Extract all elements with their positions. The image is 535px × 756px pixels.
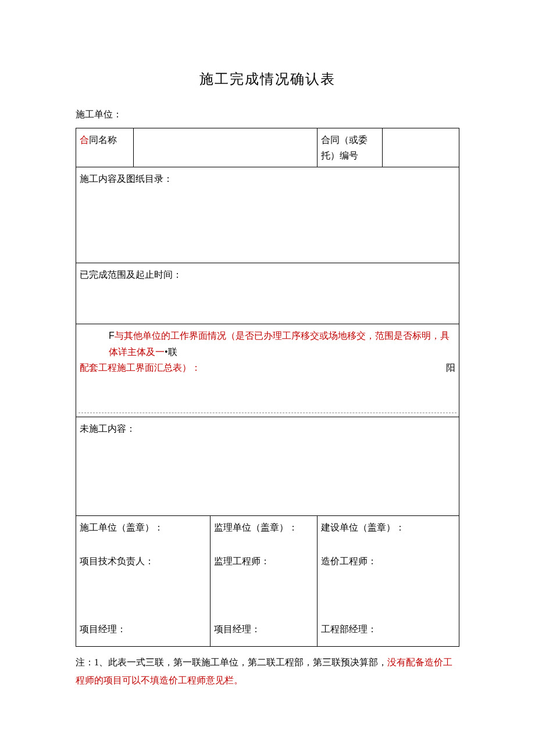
unconstructed-cell: 未施工内容：: [76, 417, 459, 516]
interface-side-char: 阳: [446, 360, 455, 375]
dashed-line: [79, 413, 456, 413]
note-black: 注：1、此表一式三联，第一联施工单位，第二联工程部，第三联预决算部，: [76, 657, 387, 667]
form-title: 施工完成情况确认表: [76, 70, 459, 88]
note: 注：1、此表一式三联，第一联施工单位，第二联工程部，第三联预决算部，没有配备造价…: [76, 654, 459, 689]
interface-cell: F与其他单位的工作界面情况（是否已办理工序移交或场地移交，范围是否标明，具体详主…: [76, 324, 459, 417]
interface-line1-end: •联: [165, 347, 177, 357]
engineering-dept-manager-label: 工程部经理：: [321, 621, 455, 637]
unconstructed-label: 未施工内容：: [80, 424, 135, 433]
supervision-seal-label: 监理单位（盖章）：: [214, 519, 314, 535]
tech-lead-label: 项目技术负责人：: [80, 553, 206, 569]
interface-line2: 配套工程施工界面汇总表）：: [80, 360, 201, 375]
interface-line1: 与其他单位的工作界面情况（是否已办理工序移交或场地移交，范围是否标明，具体详主体…: [109, 331, 450, 356]
project-manager-2-label: 项目经理：: [214, 621, 314, 637]
contract-name-suffix: 同名称: [89, 135, 117, 145]
contract-name-label: 合同名称: [76, 128, 134, 167]
contract-name-value: [133, 128, 317, 167]
scope-label: 已完成范围及起止时间：: [80, 270, 182, 280]
content-cell: 施工内容及图纸目录：: [76, 167, 459, 263]
scope-cell: 已完成范围及起止时间：: [76, 263, 459, 324]
contract-no-label: 合同（或委托）编号: [318, 128, 383, 167]
interface-prefix: F: [109, 331, 115, 341]
contract-name-prefix: 合: [80, 135, 89, 145]
cost-engineer-label: 造价工程师：: [321, 553, 455, 569]
supervision-engineer-label: 监理工程师：: [214, 553, 314, 569]
project-manager-1-label: 项目经理：: [80, 621, 206, 637]
content-label: 施工内容及图纸目录：: [80, 174, 173, 184]
construction-unit-label: 施工单位：: [76, 109, 459, 121]
owner-seal-label: 建设单位（盖章）：: [321, 519, 455, 535]
sign-col-1: 施工单位（盖章）： 项目技术负责人： 项目经理：: [76, 516, 211, 647]
sign-col-3: 建设单位（盖章）： 造价工程师： 工程部经理：: [318, 516, 459, 647]
construction-seal-label: 施工单位（盖章）：: [80, 519, 206, 535]
contract-no-value: [383, 128, 459, 167]
form-table: 合同名称 合同（或委托）编号 施工内容及图纸目录： 已完成范围及起止时间： F与…: [76, 128, 459, 647]
sign-col-2: 监理单位（盖章）： 监理工程师： 项目经理：: [210, 516, 318, 647]
